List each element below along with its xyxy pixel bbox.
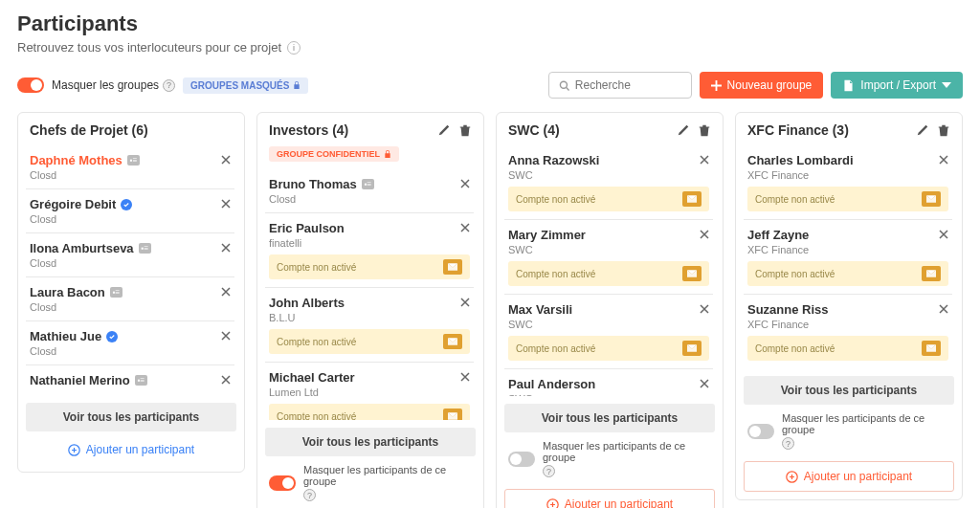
card-badge-icon: ▪≡ (139, 243, 152, 254)
members-scroll[interactable]: Daphné Mothes ▪≡ClosdGrégoire Debit Clos… (26, 145, 236, 395)
info-icon[interactable]: i (287, 41, 301, 55)
remove-member-button[interactable] (460, 372, 470, 384)
member-row: John Alberts B.L.UCompte non activé (265, 287, 474, 362)
members-scroll[interactable]: Charles Lombardi XFC FinanceCompte non a… (744, 145, 954, 368)
member-org: B.L.U (269, 312, 470, 323)
search-input[interactable] (575, 78, 681, 92)
mail-icon[interactable] (682, 266, 702, 281)
search-box[interactable] (548, 72, 692, 99)
remove-member-button[interactable] (700, 155, 709, 166)
see-all-button[interactable]: Voir tous les participants (26, 403, 236, 431)
member-name: Jeff Zayne (747, 228, 948, 242)
member-org: Closd (30, 345, 231, 357)
remove-member-button[interactable] (939, 304, 948, 316)
see-all-button[interactable]: Voir tous les participants (504, 404, 715, 432)
help-icon[interactable]: ? (303, 489, 316, 501)
card-badge-icon: ▪≡ (362, 179, 375, 189)
members-scroll[interactable]: Anna Razowski SWCCompte non activéMary Z… (504, 145, 715, 396)
plus-icon (711, 80, 722, 91)
edit-group-button[interactable] (437, 123, 451, 137)
remove-member-button[interactable] (221, 331, 231, 342)
remove-member-button[interactable] (460, 223, 470, 234)
mail-icon[interactable] (922, 341, 941, 356)
delete-group-button[interactable] (698, 123, 711, 137)
member-name: Max Varsili (508, 302, 709, 317)
member-org: SWC (508, 244, 709, 255)
mail-icon[interactable] (443, 334, 462, 349)
toolbar: Masquer les groupes ? GROUPES MASQUÉS No… (17, 72, 963, 99)
card-badge-icon: ▪≡ (110, 287, 123, 298)
new-group-button[interactable]: Nouveau groupe (700, 72, 824, 99)
add-participant-button[interactable]: Ajouter un participant (504, 489, 715, 508)
member-org: finatelli (269, 237, 470, 249)
remove-member-button[interactable] (221, 375, 231, 387)
masked-groups-badge[interactable]: GROUPES MASQUÉS (183, 77, 308, 94)
see-all-button[interactable]: Voir tous les participants (265, 428, 476, 456)
see-all-button[interactable]: Voir tous les participants (744, 376, 954, 405)
mail-icon[interactable] (443, 409, 462, 420)
delete-group-button[interactable] (937, 123, 950, 137)
help-icon[interactable]: ? (163, 79, 175, 92)
member-org: SWC (508, 319, 709, 330)
edit-group-button[interactable] (677, 123, 690, 137)
group-title: Investors (4) (269, 122, 348, 138)
hide-participants-toggle[interactable] (269, 475, 296, 491)
member-row: Nathaniel Merino ▪≡ (26, 364, 234, 395)
member-name: Suzanne Riss (747, 302, 948, 317)
member-name: Ilona Amburtseva ▪≡ (30, 241, 231, 255)
remove-member-button[interactable] (221, 287, 231, 298)
member-name: Bruno Thomas ▪≡ (269, 177, 470, 191)
mail-icon[interactable] (922, 191, 941, 207)
member-org: Closd (269, 193, 470, 205)
member-name: Eric Paulson (269, 221, 470, 235)
lock-icon (293, 80, 301, 90)
remove-member-button[interactable] (700, 379, 709, 390)
mail-icon[interactable] (922, 266, 941, 281)
group-column: SWC (4)Anna Razowski SWCCompte non activ… (496, 112, 724, 508)
delete-group-button[interactable] (458, 123, 472, 137)
member-row: Laura Bacon ▪≡Closd (26, 276, 234, 320)
status-not-activated: Compte non activé (508, 261, 709, 286)
chevron-down-icon (942, 82, 951, 88)
remove-member-button[interactable] (939, 230, 948, 241)
page-title: Participants (17, 11, 963, 36)
group-column: Chefs de Projet (6)Daphné Mothes ▪≡Closd… (17, 112, 245, 473)
search-icon (559, 79, 569, 92)
remove-member-button[interactable] (700, 304, 709, 316)
mail-icon[interactable] (682, 341, 702, 356)
members-scroll[interactable]: Bruno Thomas ▪≡ClosdEric Paulson finatel… (265, 169, 476, 420)
remove-member-button[interactable] (700, 230, 709, 241)
member-row: Anna Razowski SWCCompte non activé (504, 145, 713, 219)
import-export-button[interactable]: Import / Export (831, 72, 963, 99)
group-column: XFC Finance (3)Charles Lombardi XFC Fina… (735, 112, 963, 500)
add-participant-button[interactable]: Ajouter un participant (744, 461, 954, 492)
help-icon[interactable]: ? (543, 465, 555, 477)
remove-member-button[interactable] (221, 155, 231, 166)
member-row: Mathieu Jue Closd (26, 320, 234, 364)
member-org: Closd (30, 301, 231, 313)
edit-group-button[interactable] (916, 123, 929, 137)
member-row: Jeff Zayne XFC FinanceCompte non activé (744, 219, 952, 294)
status-not-activated: Compte non activé (269, 329, 470, 354)
mail-icon[interactable] (682, 191, 702, 207)
member-org: Closd (30, 257, 231, 269)
add-participant-button[interactable]: Ajouter un participant (26, 435, 236, 464)
hide-groups-toggle[interactable] (17, 77, 44, 93)
hide-participants-toggle[interactable] (508, 452, 535, 467)
hide-participants-toggle[interactable] (747, 424, 774, 439)
mail-icon[interactable] (443, 259, 462, 275)
help-icon[interactable]: ? (782, 437, 794, 450)
status-not-activated: Compte non activé (269, 254, 470, 279)
group-title: SWC (4) (508, 122, 560, 138)
member-row: Mary Zimmer SWCCompte non activé (504, 219, 713, 294)
remove-member-button[interactable] (221, 199, 231, 210)
member-org: SWC (508, 393, 709, 396)
remove-member-button[interactable] (460, 298, 470, 309)
member-row: Max Varsili SWCCompte non activé (504, 294, 713, 368)
remove-member-button[interactable] (460, 179, 470, 190)
file-icon (842, 79, 855, 92)
member-name: Paul Anderson (508, 377, 709, 391)
remove-member-button[interactable] (939, 155, 948, 166)
member-name: Daphné Mothes ▪≡ (30, 153, 231, 167)
remove-member-button[interactable] (221, 243, 231, 254)
